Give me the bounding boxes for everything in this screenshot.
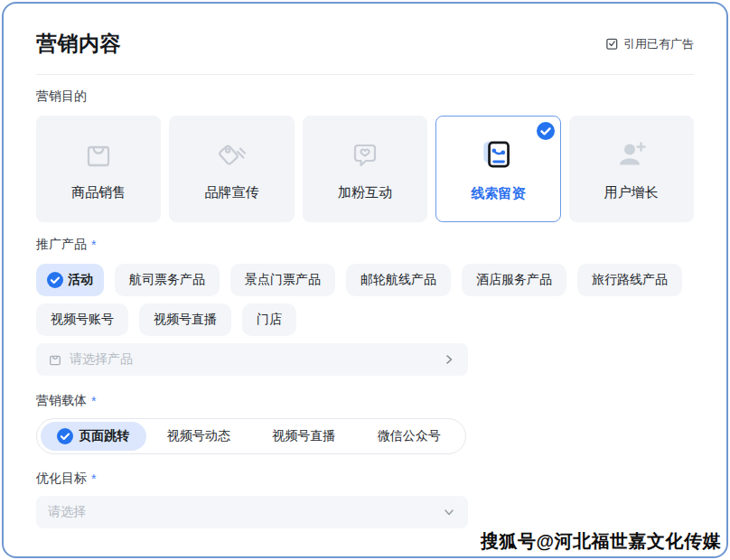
product-chip-channels-live[interactable]: 视频号直播	[139, 303, 231, 336]
carrier-option-page-jump[interactable]: 页面跳转	[41, 422, 146, 451]
marketing-carrier-label-text: 营销载体	[36, 393, 87, 409]
check-square-icon	[605, 37, 619, 51]
purpose-card-label: 加粉互动	[338, 184, 392, 201]
product-chip-row-2: 视频号账号 视频号直播 门店	[36, 303, 694, 336]
product-chip-activity[interactable]: 活动	[36, 264, 104, 296]
chevron-down-icon	[442, 505, 456, 519]
optimization-goal-placeholder: 请选择	[48, 504, 435, 520]
shopping-bag-icon	[80, 136, 117, 173]
purpose-card-label: 商品销售	[71, 184, 126, 201]
chat-heart-icon	[346, 136, 384, 173]
product-chip-channels-account[interactable]: 视频号账号	[36, 303, 128, 336]
user-plus-icon	[613, 136, 650, 173]
product-picker[interactable]: 请选择产品	[36, 343, 468, 376]
chip-label: 酒店服务产品	[476, 272, 552, 288]
price-tag-icon	[213, 136, 251, 173]
product-chip-travel-routes[interactable]: 旅行路线产品	[577, 264, 682, 296]
required-asterisk: *	[91, 238, 96, 252]
chip-label: 活动	[68, 272, 93, 288]
marketing-purpose-cards: 商品销售 品牌宣传 加粉互动	[36, 116, 694, 222]
purpose-card-fans-interaction[interactable]: 加粉互动	[303, 116, 427, 222]
marketing-carrier-segmented: 页面跳转 视频号动态 视频号直播 微信公众号	[36, 418, 466, 454]
marketing-purpose-label-text: 营销目的	[36, 89, 87, 105]
chip-label: 邮轮航线产品	[360, 272, 436, 288]
chip-label: 视频号账号	[51, 312, 114, 328]
chip-label: 视频号直播	[154, 312, 217, 328]
reference-existing-ad-link[interactable]: 引用已有广告	[605, 36, 694, 52]
purpose-card-label: 用户增长	[604, 184, 659, 201]
product-chip-hotel-services[interactable]: 酒店服务产品	[462, 264, 566, 296]
chip-label: 航司票务产品	[129, 272, 205, 288]
optimization-goal-select[interactable]: 请选择	[36, 496, 468, 528]
optimization-goal-label: 优化目标 *	[36, 471, 694, 487]
purpose-card-goods-sale[interactable]: 商品销售	[36, 116, 161, 222]
segment-label: 微信公众号	[378, 428, 441, 444]
header: 营销内容 引用已有广告	[36, 30, 694, 58]
purpose-card-label: 线索留资	[471, 185, 525, 202]
purpose-card-user-growth[interactable]: 用户增长	[569, 116, 694, 222]
chip-label: 景点门票产品	[245, 272, 321, 288]
product-chip-airline-tickets[interactable]: 航司票务产品	[115, 264, 220, 296]
page-title: 营销内容	[36, 30, 121, 58]
segment-label: 视频号直播	[272, 428, 335, 444]
marketing-carrier-label: 营销载体 *	[36, 393, 694, 409]
reference-existing-ad-label: 引用已有广告	[623, 36, 694, 52]
chevron-right-icon	[442, 352, 456, 367]
segment-label: 页面跳转	[79, 428, 129, 444]
purpose-card-label: 品牌宣传	[205, 184, 259, 201]
lead-chart-icon	[478, 135, 518, 173]
carrier-option-channels-moments[interactable]: 视频号动态	[146, 422, 252, 451]
marketing-purpose-label: 营销目的	[36, 89, 694, 105]
product-chip-cruise-routes[interactable]: 邮轮航线产品	[346, 264, 451, 296]
header-divider	[36, 74, 694, 75]
product-picker-placeholder: 请选择产品	[70, 351, 435, 368]
promoted-product-label: 推广产品 *	[36, 237, 694, 253]
segment-check-icon	[57, 428, 73, 444]
segment-label: 视频号动态	[167, 428, 230, 444]
shopping-bag-small-icon	[48, 352, 62, 367]
purpose-card-brand-promo[interactable]: 品牌宣传	[169, 116, 294, 222]
required-asterisk: *	[91, 471, 96, 486]
product-chip-store[interactable]: 门店	[242, 303, 296, 336]
purpose-card-lead-generation[interactable]: 线索留资	[435, 116, 560, 222]
product-chip-attraction-tickets[interactable]: 景点门票产品	[230, 264, 335, 296]
selected-check-badge-icon	[537, 122, 555, 140]
chip-label: 旅行路线产品	[592, 272, 668, 288]
chip-check-icon	[47, 272, 63, 288]
optimization-goal-label-text: 优化目标	[36, 471, 87, 487]
required-asterisk: *	[91, 394, 96, 408]
promoted-product-label-text: 推广产品	[36, 237, 87, 253]
marketing-content-panel: 营销内容 引用已有广告 营销目的 商品销售	[2, 2, 728, 558]
chip-label: 门店	[257, 312, 282, 328]
product-chip-row-1: 活动 航司票务产品 景点门票产品 邮轮航线产品 酒店服务产品 旅行路线产品	[36, 264, 694, 296]
watermark-text: 搜狐号@河北福世嘉文化传媒	[481, 529, 721, 554]
carrier-option-official-account[interactable]: 微信公众号	[357, 422, 463, 451]
carrier-option-channels-live[interactable]: 视频号直播	[251, 422, 357, 451]
